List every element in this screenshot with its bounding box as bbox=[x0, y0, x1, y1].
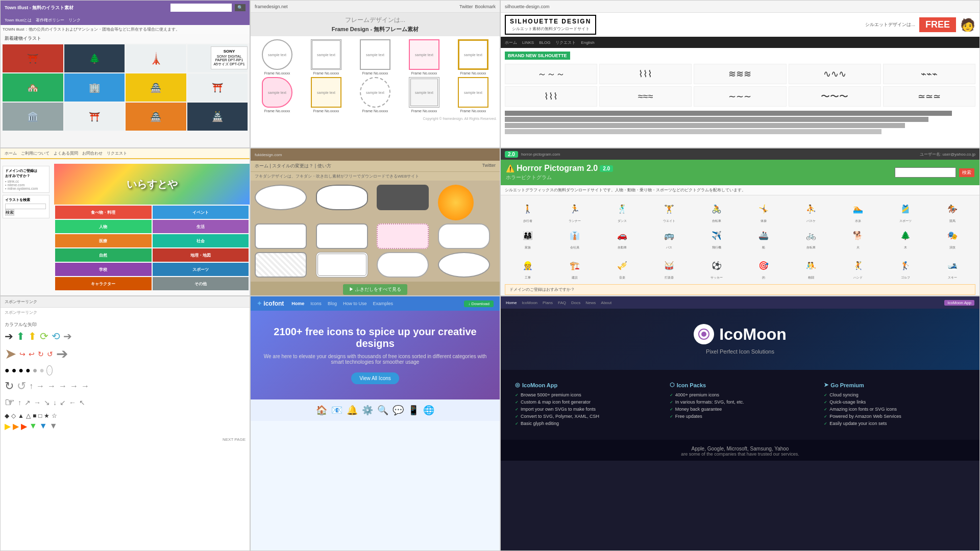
sil-item-4[interactable]: ∿∿∿ bbox=[789, 64, 881, 84]
icomoon-nav-about[interactable]: About bbox=[601, 300, 611, 305]
cat-char[interactable]: キャラクター bbox=[55, 277, 152, 290]
arrow-red-1[interactable]: ↪ bbox=[19, 350, 26, 358]
picto-group-18[interactable]: 🐕 犬 bbox=[836, 225, 881, 250]
sil-item-2[interactable]: ⌇⌇⌇ bbox=[599, 64, 692, 84]
arrow-sm-7[interactable]: ← bbox=[69, 398, 76, 407]
icomoon-app-button[interactable]: IcoMoon App bbox=[944, 300, 974, 306]
symbol-8[interactable]: ☆ bbox=[52, 412, 57, 419]
picto-group-29[interactable]: 🏌️ゴルフ bbox=[883, 255, 928, 280]
cat-event[interactable]: イベント bbox=[153, 206, 249, 219]
blue-arrow-2[interactable]: ▼ bbox=[39, 421, 47, 431]
thumb-1[interactable]: ⛩️ bbox=[3, 44, 63, 72]
picto-group-26[interactable]: 🎯的 bbox=[741, 255, 787, 280]
arrow-sm-3[interactable]: → bbox=[34, 398, 41, 407]
sil-nav-blog[interactable]: BLOG bbox=[539, 40, 550, 45]
circle-filled-4[interactable]: ● bbox=[26, 366, 31, 375]
picto-group-28[interactable]: 🤾ハンド bbox=[836, 255, 881, 280]
arrow-sm-4[interactable]: ↘ bbox=[44, 398, 50, 407]
bubble-rect-1[interactable] bbox=[255, 223, 307, 249]
circle-filled-3[interactable]: ● bbox=[18, 366, 23, 375]
cat-food[interactable]: 食べ物・料理 bbox=[55, 206, 152, 219]
fukidashi-nav-how[interactable]: | 使い方 bbox=[315, 163, 331, 168]
icofont-nav-home[interactable]: Home bbox=[291, 301, 304, 306]
irasutoya-nav-contact[interactable]: お問合わせ bbox=[82, 151, 103, 156]
bubble-dark-1[interactable] bbox=[377, 185, 429, 210]
irasutoya-nav-request[interactable]: リクエスト bbox=[107, 151, 127, 156]
frame-item-6[interactable]: sample text Frame No.xxxxx bbox=[254, 77, 301, 113]
bubble-cloud-2[interactable] bbox=[377, 252, 429, 278]
arrow-red-4[interactable]: ↺ bbox=[47, 350, 53, 358]
horror-search-input[interactable] bbox=[895, 167, 956, 178]
circle-filled-2[interactable]: ● bbox=[12, 366, 17, 375]
town-illust-search-input[interactable] bbox=[170, 4, 232, 12]
arrow-lime-circle[interactable]: ⟳ bbox=[40, 330, 48, 342]
picto-group-1[interactable]: 🚶 歩行者 bbox=[505, 198, 551, 223]
sil-nav-home[interactable]: ホーム bbox=[505, 40, 517, 45]
picto-group-13[interactable]: 🚗 自動車 bbox=[599, 225, 645, 250]
frame-item-8[interactable]: sample text Frame No.xxxxx bbox=[352, 77, 399, 113]
nav-about[interactable]: Town Illustとは bbox=[5, 17, 32, 23]
fukidashi-nav-home[interactable]: ホーム bbox=[255, 163, 268, 168]
cat-other[interactable]: その他 bbox=[153, 277, 249, 290]
cat-person[interactable]: 人物 bbox=[55, 220, 152, 233]
thumb-3[interactable]: 🗼 bbox=[126, 44, 186, 72]
circle-white[interactable]: ○ bbox=[46, 365, 53, 375]
nav-license[interactable]: 著作権ポリシー bbox=[36, 17, 64, 23]
circle-gray-2[interactable]: ● bbox=[39, 366, 44, 375]
picto-group-27[interactable]: 🤼格闘 bbox=[788, 255, 834, 280]
symbol-7[interactable]: ★ bbox=[44, 412, 50, 419]
arrow-sm-8[interactable]: ↖ bbox=[79, 398, 85, 407]
icomoon-nav-docs[interactable]: Docs bbox=[571, 300, 580, 305]
irasutoya-search-input[interactable] bbox=[5, 204, 46, 209]
irasutoya-search-button[interactable]: 検索 bbox=[5, 209, 14, 216]
yellow-arrow-1[interactable]: ▶ bbox=[5, 421, 11, 431]
symbol-1[interactable]: ◆ bbox=[5, 412, 9, 419]
frame-item-7[interactable]: sample text Frame No.xxxxx bbox=[303, 77, 350, 113]
frame-item-10[interactable]: sample text Frame No.xxxxx bbox=[450, 77, 497, 113]
picto-group-25[interactable]: ⚽サッカー bbox=[694, 255, 740, 280]
frame-item-4[interactable]: sample text Frame No.xxxxx bbox=[401, 39, 448, 75]
arrow-red-3[interactable]: ↻ bbox=[38, 350, 44, 358]
irasutoya-nav-faq[interactable]: よくある質問 bbox=[54, 151, 78, 156]
frame-item-5[interactable]: sample text Frame No.xxxxx bbox=[450, 39, 497, 75]
bubble-rect-2[interactable] bbox=[316, 223, 368, 249]
picto-group-4[interactable]: 🏋️ ウエイト bbox=[647, 198, 693, 223]
cat-life[interactable]: 生活 bbox=[153, 220, 249, 233]
picto-group-30[interactable]: 🎿スキー bbox=[930, 255, 976, 280]
picto-group-9[interactable]: 🎽 スポーツ bbox=[883, 198, 928, 223]
arrow-rotate-2[interactable]: ↺ bbox=[17, 380, 26, 393]
symbol-6[interactable]: □ bbox=[38, 412, 42, 419]
icomoon-nav-home[interactable]: Home bbox=[506, 300, 517, 305]
picto-group-17[interactable]: 🚲 自転車 bbox=[788, 225, 834, 250]
sil-item-1[interactable]: ～～～ bbox=[505, 64, 597, 84]
sil-nav-links[interactable]: LINKS bbox=[522, 40, 534, 45]
picto-group-6[interactable]: 🤸 体操 bbox=[741, 198, 787, 223]
bubble-double-1[interactable] bbox=[316, 252, 368, 278]
bubble-round-2[interactable] bbox=[438, 252, 490, 278]
icomoon-nav-news[interactable]: News bbox=[585, 300, 596, 305]
sil-item-10[interactable]: ≃≃≃ bbox=[883, 86, 975, 107]
arrow-rotate-1[interactable]: ↻ bbox=[5, 380, 14, 393]
symbol-5[interactable]: ■ bbox=[33, 412, 36, 419]
arrow-black-right[interactable]: ➔ bbox=[5, 330, 13, 342]
bubble-oval-1[interactable] bbox=[316, 185, 368, 210]
arrow-red-2[interactable]: ↩ bbox=[29, 350, 35, 358]
icomoon-nav-app[interactable]: IcoMoon bbox=[522, 300, 537, 305]
red-arrow-1[interactable]: ▶ bbox=[21, 421, 27, 431]
picto-group-15[interactable]: ✈️ 飛行機 bbox=[694, 225, 740, 250]
arrow-small-right3[interactable]: → bbox=[59, 382, 67, 391]
picto-group-24[interactable]: 🥁打楽器 bbox=[647, 255, 693, 280]
thumb-9[interactable]: 🏛️ bbox=[3, 103, 63, 131]
symbol-4[interactable]: △ bbox=[26, 412, 31, 419]
thumb-12[interactable]: 🏯 bbox=[187, 103, 248, 131]
thumb-7[interactable]: 🏯 bbox=[126, 73, 186, 102]
sil-item-9[interactable]: 〜〜〜 bbox=[789, 86, 881, 107]
sil-item-5[interactable]: ⌁⌁⌁ bbox=[883, 64, 975, 84]
next-page-link[interactable]: NEXT PAGE bbox=[1, 435, 250, 444]
thumb-8[interactable]: ⛩️ bbox=[187, 73, 248, 102]
arrow-small-right2[interactable]: → bbox=[47, 382, 56, 391]
cat-sports[interactable]: スポーツ bbox=[153, 263, 249, 276]
nav-links[interactable]: リンク bbox=[68, 17, 81, 23]
sony-ad[interactable]: SONY SONY DIGITAL PAPER DPT-RP1 A5サイズ DP… bbox=[211, 46, 248, 69]
arrow-gray-right-2[interactable]: ➔ bbox=[56, 345, 68, 362]
